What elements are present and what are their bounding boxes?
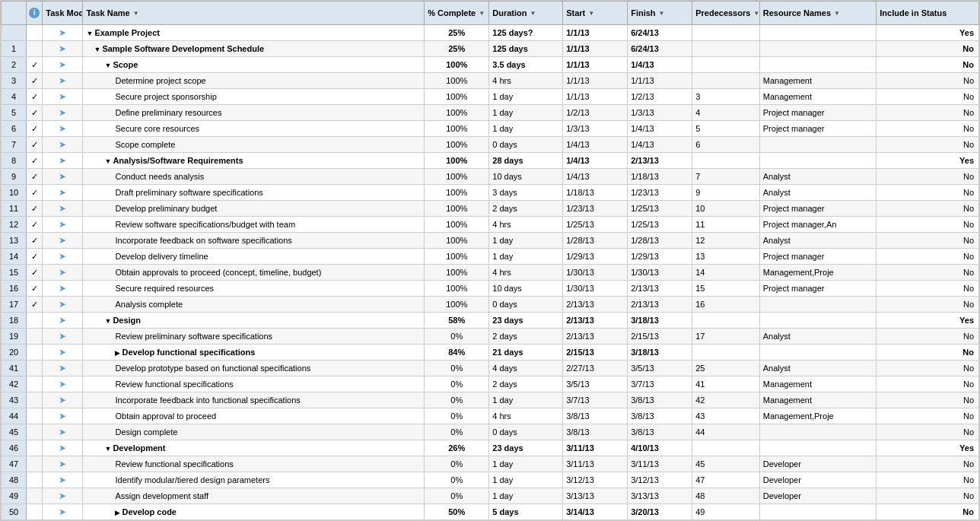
table-row[interactable]: 20➤▶Develop functional specifications84%…	[2, 345, 979, 361]
resource-names-header[interactable]: Resource Names ▼	[759, 2, 877, 25]
table-row[interactable]: 42➤Review functional specifications0%2 d…	[2, 376, 979, 392]
check-cell: ✓	[27, 297, 43, 313]
row-number: 8	[2, 153, 27, 169]
start-sort-icon[interactable]: ▼	[588, 10, 594, 17]
task-name-cell[interactable]: ▼Example Project	[83, 25, 425, 41]
table-row[interactable]: 17✓➤Analysis complete100%0 days2/13/132/…	[2, 297, 979, 313]
table-row[interactable]: 16✓➤Secure required resources100%10 days…	[2, 281, 979, 297]
table-row[interactable]: 1➤▼Sample Software Development Schedule2…	[2, 41, 979, 57]
res-sort-icon[interactable]: ▼	[834, 10, 840, 17]
collapse-icon[interactable]: ▼	[94, 46, 100, 53]
duration-cell: 1 day	[489, 456, 563, 472]
row-number: 18	[2, 313, 27, 329]
task-name-cell[interactable]: ▼Scope	[83, 57, 425, 73]
task-name-cell[interactable]: ▼Sample Software Development Schedule	[83, 41, 425, 57]
task-name-cell[interactable]: Review software specifications/budget wi…	[83, 217, 425, 233]
table-row[interactable]: 2✓➤▼Scope100%3.5 days1/1/131/4/13No	[2, 57, 979, 73]
collapse-icon[interactable]: ▼	[104, 445, 111, 453]
task-name-cell[interactable]: Assign development staff	[83, 488, 425, 504]
task-name-cell[interactable]: Review functional specifications	[83, 456, 425, 472]
task-name-cell[interactable]: Review preliminary software specificatio…	[83, 329, 425, 345]
start-cell: 1/2/13	[563, 105, 628, 121]
finish-sort-icon[interactable]: ▼	[659, 10, 665, 17]
row-number: 10	[2, 185, 27, 201]
task-name-cell[interactable]: Identify modular/tiered design parameter…	[83, 472, 425, 488]
table-row[interactable]: 41➤Develop prototype based on functional…	[2, 361, 979, 376]
expand-icon[interactable]: ▶	[115, 349, 120, 357]
start-header[interactable]: Start ▼	[563, 2, 628, 25]
task-name-cell[interactable]: Develop delivery timeline	[83, 249, 425, 265]
task-mode-header[interactable]: Task Mode ▼	[43, 2, 83, 25]
table-row[interactable]: 5✓➤Define preliminary resources100%1 day…	[2, 105, 979, 121]
task-name-sort-icon[interactable]: ▼	[133, 10, 139, 17]
task-name-cell[interactable]: Obtain approvals to proceed (concept, ti…	[83, 265, 425, 281]
table-row[interactable]: 50➤▶Develop code50%5 days3/14/133/20/134…	[2, 504, 979, 520]
task-name-cell[interactable]: ▶Develop functional specifications	[83, 345, 425, 361]
table-row[interactable]: 11✓➤Develop preliminary budget100%2 days…	[2, 201, 979, 217]
table-row[interactable]: 15✓➤Obtain approvals to proceed (concept…	[2, 265, 979, 281]
table-row[interactable]: 45➤Design complete0%0 days3/8/133/8/1344…	[2, 424, 979, 440]
pred-sort-icon[interactable]: ▼	[753, 10, 759, 17]
finish-header[interactable]: Finish ▼	[628, 2, 692, 25]
start-cell: 2/15/13	[563, 345, 628, 361]
table-row[interactable]: 19➤Review preliminary software specifica…	[2, 329, 979, 345]
table-row[interactable]: 8✓➤▼Analysis/Software Requirements100%28…	[2, 153, 979, 169]
start-cell: 1/4/13	[563, 169, 628, 185]
task-name-cell[interactable]: ▼Analysis/Software Requirements	[83, 153, 425, 169]
task-name-cell[interactable]: Obtain approval to proceed	[83, 408, 425, 424]
table-row[interactable]: 14✓➤Develop delivery timeline100%1 day1/…	[2, 249, 979, 265]
expand-icon[interactable]: ▶	[115, 509, 120, 516]
duration-sort-icon[interactable]: ▼	[530, 10, 536, 17]
task-name-cell[interactable]: Secure project sponsorship	[83, 89, 425, 105]
table-row[interactable]: 9✓➤Conduct needs analysis100%10 days1/4/…	[2, 169, 979, 185]
collapse-icon[interactable]: ▼	[104, 317, 111, 325]
pct-complete-cell: 0%	[425, 472, 489, 488]
task-name-cell[interactable]: Design complete	[83, 424, 425, 440]
pct-complete-cell: 0%	[425, 392, 489, 408]
table-row[interactable]: 43➤Incorporate feedback into functional …	[2, 392, 979, 408]
collapse-icon[interactable]: ▼	[104, 62, 111, 69]
table-row[interactable]: 49➤Assign development staff0%1 day3/13/1…	[2, 488, 979, 504]
task-name-cell[interactable]: Analysis complete	[83, 297, 425, 313]
table-row[interactable]: 18➤▼Design58%23 days2/13/133/18/13Yes	[2, 313, 979, 329]
include-in-status-header[interactable]: Include in Status	[877, 2, 979, 25]
task-name-cell[interactable]: Incorporate feedback into functional spe…	[83, 392, 425, 408]
table-row[interactable]: 46➤▼Development26%23 days3/11/134/10/13Y…	[2, 440, 979, 456]
task-name-cell[interactable]: Secure required resources	[83, 281, 425, 297]
task-name-cell[interactable]: ▶Develop code	[83, 504, 425, 520]
task-name-cell[interactable]: Conduct needs analysis	[83, 169, 425, 185]
table-row[interactable]: 47➤Review functional specifications0%1 d…	[2, 456, 979, 472]
predecessors-header[interactable]: Predecessors ▼	[692, 2, 760, 25]
task-name-cell[interactable]: Scope complete	[83, 137, 425, 153]
table-row[interactable]: ➤▼Example Project25%125 days?1/1/136/24/…	[2, 25, 979, 41]
task-mode-arrow-icon: ➤	[59, 203, 66, 214]
table-row[interactable]: 10✓➤Draft preliminary software specifica…	[2, 185, 979, 201]
pct-sort-icon[interactable]: ▼	[479, 10, 485, 17]
task-name-cell[interactable]: Determine project scope	[83, 73, 425, 89]
task-name-cell[interactable]: Develop preliminary budget	[83, 201, 425, 217]
table-row[interactable]: 44➤Obtain approval to proceed0%4 hrs3/8/…	[2, 408, 979, 424]
task-name-cell[interactable]: Incorporate feedback on software specifi…	[83, 233, 425, 249]
collapse-icon[interactable]: ▼	[104, 157, 111, 165]
task-name-text: Develop functional specifications	[122, 348, 255, 357]
table-row[interactable]: 12✓➤Review software specifications/budge…	[2, 217, 979, 233]
finish-cell: 3/13/13	[628, 488, 692, 504]
task-name-cell[interactable]: Review functional specifications	[83, 376, 425, 392]
table-row[interactable]: 7✓➤Scope complete100%0 days1/4/131/4/136…	[2, 137, 979, 153]
pct-complete-header[interactable]: % Complete ▼	[425, 2, 489, 25]
task-name-cell[interactable]: ▼Design	[83, 313, 425, 329]
task-name-text: Review functional specifications	[115, 380, 233, 389]
table-row[interactable]: 3✓➤Determine project scope100%4 hrs1/1/1…	[2, 73, 979, 89]
task-name-cell[interactable]: Secure core resources	[83, 121, 425, 137]
collapse-icon[interactable]: ▼	[86, 30, 93, 37]
task-name-cell[interactable]: Draft preliminary software specification…	[83, 185, 425, 201]
task-name-cell[interactable]: ▼Development	[83, 440, 425, 456]
duration-header[interactable]: Duration ▼	[489, 2, 563, 25]
table-row[interactable]: 6✓➤Secure core resources100%1 day1/3/131…	[2, 121, 979, 137]
task-name-cell[interactable]: Define preliminary resources	[83, 105, 425, 121]
table-row[interactable]: 48➤Identify modular/tiered design parame…	[2, 472, 979, 488]
task-name-cell[interactable]: Develop prototype based on functional sp…	[83, 361, 425, 376]
task-name-header[interactable]: Task Name ▼	[83, 2, 425, 25]
table-row[interactable]: 4✓➤Secure project sponsorship100%1 day1/…	[2, 89, 979, 105]
table-row[interactable]: 13✓➤Incorporate feedback on software spe…	[2, 233, 979, 249]
